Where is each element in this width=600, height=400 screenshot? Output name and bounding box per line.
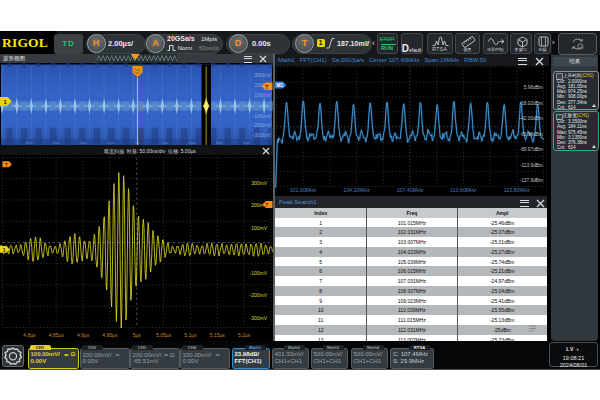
svg-text:-300mV: -300mV xyxy=(249,314,267,320)
svg-text:M1: M1 xyxy=(277,83,284,88)
svg-text:-4µs: -4µs xyxy=(79,139,88,144)
svg-text:4.85µs: 4.85µs xyxy=(49,331,65,337)
svg-text:4.8µs: 4.8µs xyxy=(23,331,36,337)
svg-text:5.1µs: 5.1µs xyxy=(184,331,197,337)
svg-text:5µs: 5µs xyxy=(133,331,142,337)
svg-text:T: T xyxy=(265,201,268,207)
svg-text:8µs: 8µs xyxy=(243,139,251,144)
svg-text:104.20MHz: 104.20MHz xyxy=(343,187,370,193)
svg-text:100mV: 100mV xyxy=(254,91,271,97)
svg-text:-113.9dBm: -113.9dBm xyxy=(520,163,543,168)
svg-text:6µs: 6µs xyxy=(216,139,224,144)
svg-text:-65.98dBm: -65.98dBm xyxy=(520,132,543,137)
svg-text:-300mV: -300mV xyxy=(252,132,271,138)
svg-text:5.2µs: 5.2µs xyxy=(238,331,251,337)
svg-text:-100mV: -100mV xyxy=(249,269,267,275)
svg-text:T: T xyxy=(5,162,8,167)
svg-text:-137.9dBm: -137.9dBm xyxy=(520,178,543,183)
svg-text:4.95µs: 4.95µs xyxy=(102,331,118,337)
svg-text:101.00MHz: 101.00MHz xyxy=(290,187,317,193)
svg-text:100mV: 100mV xyxy=(251,224,268,230)
svg-text:1: 1 xyxy=(3,246,6,252)
svg-text:5.15µs: 5.15µs xyxy=(210,331,226,337)
svg-text:4µs: 4µs xyxy=(189,139,197,144)
svg-text:-6µs: -6µs xyxy=(51,139,60,144)
svg-text:-42.00dBm: -42.00dBm xyxy=(520,116,543,121)
svg-text:-8µs: -8µs xyxy=(24,139,33,144)
svg-text:107.40MHz: 107.40MHz xyxy=(397,187,424,193)
svg-text:300mV: 300mV xyxy=(254,71,271,77)
svg-text:5.05µs: 5.05µs xyxy=(156,331,172,337)
svg-text:-89.97dBm: -89.97dBm xyxy=(520,147,543,152)
svg-text:113.80MHz: 113.80MHz xyxy=(504,187,531,193)
svg-text:110.60MHz: 110.60MHz xyxy=(450,187,477,193)
svg-text:5.96dBm: 5.96dBm xyxy=(524,85,543,90)
svg-text:-200mV: -200mV xyxy=(249,292,267,298)
svg-text:2µs: 2µs xyxy=(161,139,169,144)
svg-text:-100mV: -100mV xyxy=(252,112,271,118)
svg-text:-2µs: -2µs xyxy=(106,139,115,144)
svg-text:-18.02dBm: -18.02dBm xyxy=(520,101,543,106)
svg-text:-200mV: -200mV xyxy=(252,122,271,128)
svg-text:300mV: 300mV xyxy=(251,179,268,185)
svg-text:4.9µs: 4.9µs xyxy=(77,331,90,337)
